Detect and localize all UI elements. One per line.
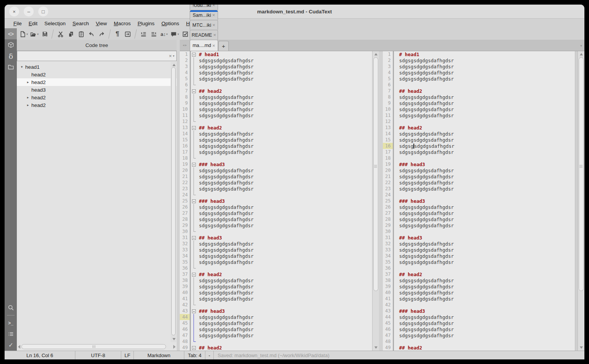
output-list-icon[interactable] xyxy=(5,328,17,340)
indent-button[interactable] xyxy=(138,29,148,39)
titlebar[interactable]: × – □ markdown_test.md - CudaText xyxy=(5,5,584,19)
tab-close-icon[interactable]: × xyxy=(212,22,215,28)
tab-9[interactable]: !Ubu...iki× xyxy=(190,5,218,10)
tree-collapsed-icon[interactable]: ▸ xyxy=(25,95,31,99)
tree-item-head2[interactable]: ▸head2 xyxy=(17,101,177,109)
tree-filter-input[interactable]: × ▾ xyxy=(17,51,177,61)
menu-item-macros[interactable]: Macros xyxy=(110,19,134,28)
tree-collapsed-icon[interactable]: ▸ xyxy=(25,103,31,107)
menu-item-plugins[interactable]: Plugins xyxy=(134,19,158,28)
status-cell-wrap-state[interactable]: - xyxy=(205,351,214,359)
scrollbar-thumb[interactable] xyxy=(21,344,166,349)
scroll-up-arrow-icon[interactable] xyxy=(580,53,583,55)
scrollbar-thumb[interactable] xyxy=(171,67,176,335)
status-cell-caret-position[interactable]: Ln 16, Col 6 xyxy=(5,351,75,359)
folder-icon[interactable] xyxy=(5,61,17,73)
tree-item-head1[interactable]: ▾head1 xyxy=(17,63,177,71)
editor-pane-left[interactable]: 1# head12sdgsgsdgdgsdafhgdsr3sdgsgsdgdgs… xyxy=(180,51,372,351)
scrollbar-thumb[interactable] xyxy=(373,57,378,291)
fold-marker-icon[interactable] xyxy=(191,125,197,131)
scroll-down-arrow-icon[interactable] xyxy=(172,338,176,340)
dropdown-arrow-icon[interactable]: ▾ xyxy=(166,32,168,36)
tree-item-head2[interactable]: head2 xyxy=(17,71,177,78)
undo-button[interactable] xyxy=(86,29,96,39)
tab-close-icon[interactable]: × xyxy=(212,5,215,8)
dropdown-arrow-icon[interactable]: ▾ xyxy=(37,32,39,36)
open-file-button[interactable]: ▾ xyxy=(29,29,39,39)
editor-pane-right[interactable]: 1# head12sdgsgsdgdgsdafhgdsr3sdgsgsdgdgs… xyxy=(383,51,575,351)
redo-button[interactable] xyxy=(97,29,107,39)
tree-item-head2[interactable]: ▸head2 xyxy=(17,78,177,86)
fold-marker-icon[interactable] xyxy=(191,161,197,167)
status-cell-tab-size[interactable]: Tab: 4 xyxy=(184,351,205,359)
tab-close-icon[interactable]: × xyxy=(212,12,215,18)
search-icon[interactable] xyxy=(5,302,17,313)
menu-item-view[interactable]: View xyxy=(92,19,110,28)
tab-close-icon[interactable]: × xyxy=(212,43,215,49)
tree-item-head3[interactable]: head3 xyxy=(17,86,177,94)
validate-check-icon[interactable]: ✓ xyxy=(5,340,17,351)
copy-button[interactable] xyxy=(66,29,76,39)
scroll-right-arrow-icon[interactable] xyxy=(173,345,176,349)
new-file-button[interactable]: ▾ xyxy=(19,29,29,39)
status-cell-encoding[interactable]: UTF-8 xyxy=(75,351,121,359)
scroll-down-arrow-icon[interactable] xyxy=(580,346,583,349)
unindent-button[interactable] xyxy=(149,29,159,39)
scroll-down-arrow-icon[interactable] xyxy=(374,346,377,349)
delta-snippets-icon[interactable]: δ xyxy=(5,50,17,61)
change-case-button[interactable]: a↕ ▾ xyxy=(159,29,169,39)
scrollbar-thumb[interactable] xyxy=(579,57,584,291)
menu-item-options[interactable]: Options xyxy=(158,19,183,28)
filter-dropdown-icon[interactable]: ▾ xyxy=(173,54,174,58)
package-icon[interactable] xyxy=(5,39,17,50)
comment-button[interactable]: ▾ xyxy=(169,29,180,39)
editor-left-scrollbar[interactable] xyxy=(372,51,379,351)
tab-13[interactable]: ma....md× xyxy=(190,40,218,51)
tree-expanded-icon[interactable]: ▾ xyxy=(19,65,24,69)
fold-marker-icon[interactable] xyxy=(191,51,197,57)
code-tree[interactable]: ▾head1head2▸head2head3▸head2▸head2 xyxy=(17,61,177,343)
status-cell-lexer[interactable]: Markdown xyxy=(134,351,184,359)
menu-item-edit[interactable]: Edit xyxy=(25,19,41,28)
scroll-left-arrow-icon[interactable] xyxy=(18,345,20,349)
tabs-scroll-left-icon[interactable]: ◂ xyxy=(182,43,184,47)
panel-splitter[interactable] xyxy=(177,40,180,351)
tree-horizontal-scrollbar[interactable] xyxy=(18,343,176,350)
tab-11[interactable]: MTC...iki× xyxy=(190,20,218,30)
tab-10[interactable]: Sam...iki× xyxy=(190,10,218,20)
word-wrap-button[interactable] xyxy=(123,29,133,39)
pane-splitter[interactable] xyxy=(379,51,383,351)
scroll-up-arrow-icon[interactable] xyxy=(374,53,377,55)
tree-scrollbar[interactable] xyxy=(171,62,176,342)
tab-close-icon[interactable]: × xyxy=(213,32,216,38)
show-invisibles-button[interactable]: ¶ xyxy=(112,29,122,39)
terminal-icon[interactable]: >_ xyxy=(5,317,17,328)
filter-clear-icon[interactable]: × xyxy=(169,53,172,59)
fold-marker-icon[interactable] xyxy=(191,271,197,277)
editor-right-scrollbar[interactable] xyxy=(578,51,584,351)
tab-12[interactable]: README× xyxy=(190,30,218,40)
check-syntax-button[interactable] xyxy=(180,29,190,39)
minimap-sash[interactable] xyxy=(575,51,578,351)
tree-collapsed-icon[interactable]: ▸ xyxy=(25,80,31,84)
dropdown-arrow-icon[interactable]: ▾ xyxy=(177,32,179,36)
new-tab-button[interactable]: + xyxy=(218,41,229,51)
menu-item-selection[interactable]: Selection xyxy=(41,19,69,28)
dropdown-arrow-icon[interactable]: ▾ xyxy=(26,32,28,36)
tabs-overflow-icon[interactable]: ▾ xyxy=(580,44,582,48)
cut-button[interactable] xyxy=(55,29,65,39)
fold-marker-icon[interactable] xyxy=(191,308,197,314)
code-panel-icon[interactable]: <> xyxy=(5,28,17,39)
save-button[interactable] xyxy=(40,29,50,39)
menu-item-search[interactable]: Search xyxy=(69,19,93,28)
scroll-up-arrow-icon[interactable] xyxy=(172,64,176,66)
fold-marker-icon[interactable] xyxy=(191,345,197,351)
tabs-scroll-right-icon[interactable]: ▸ xyxy=(185,43,187,47)
paste-button[interactable] xyxy=(76,29,86,39)
menu-item-file[interactable]: File xyxy=(10,19,25,28)
fold-marker-icon[interactable] xyxy=(191,88,197,94)
fold-marker-icon[interactable] xyxy=(191,198,197,204)
tree-item-head2[interactable]: ▸head2 xyxy=(17,94,177,101)
status-cell-line-ends[interactable]: LF xyxy=(121,351,134,359)
fold-marker-icon[interactable] xyxy=(191,235,197,241)
